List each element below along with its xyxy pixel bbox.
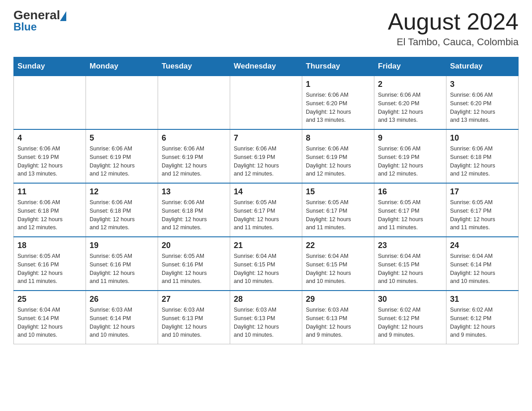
day-number: 4 [17, 133, 82, 143]
calendar-cell: 9Sunrise: 6:06 AMSunset: 6:19 PMDaylight… [374, 129, 446, 183]
logo-general: General [13, 9, 60, 21]
day-info: Sunrise: 6:06 AMSunset: 6:18 PMDaylight:… [90, 198, 154, 232]
calendar-cell: 24Sunrise: 6:04 AMSunset: 6:14 PMDayligh… [446, 237, 519, 291]
col-header-sunday: Sunday [14, 57, 86, 76]
day-info: Sunrise: 6:06 AMSunset: 6:20 PMDaylight:… [306, 91, 370, 124]
day-info: Sunrise: 6:03 AMSunset: 6:13 PMDaylight:… [306, 306, 370, 339]
day-info: Sunrise: 6:06 AMSunset: 6:19 PMDaylight:… [162, 145, 226, 178]
calendar-cell: 21Sunrise: 6:04 AMSunset: 6:15 PMDayligh… [230, 237, 302, 291]
day-info: Sunrise: 6:05 AMSunset: 6:17 PMDaylight:… [234, 198, 298, 232]
calendar-cell: 4Sunrise: 6:06 AMSunset: 6:19 PMDaylight… [14, 129, 86, 183]
calendar-cell [230, 76, 302, 129]
calendar-cell: 26Sunrise: 6:03 AMSunset: 6:14 PMDayligh… [86, 291, 158, 344]
calendar-cell: 29Sunrise: 6:03 AMSunset: 6:13 PMDayligh… [302, 291, 374, 344]
calendar-cell: 31Sunrise: 6:02 AMSunset: 6:12 PMDayligh… [446, 291, 519, 344]
day-info: Sunrise: 6:05 AMSunset: 6:16 PMDaylight:… [90, 252, 154, 286]
day-number: 3 [450, 80, 515, 89]
day-number: 10 [450, 133, 515, 143]
day-info: Sunrise: 6:05 AMSunset: 6:17 PMDaylight:… [306, 198, 370, 232]
day-number: 15 [306, 187, 370, 197]
calendar-cell: 14Sunrise: 6:05 AMSunset: 6:17 PMDayligh… [230, 183, 302, 237]
day-number: 26 [90, 295, 154, 304]
logo: General Blue [13, 9, 66, 32]
day-number: 13 [162, 187, 226, 197]
day-number: 21 [234, 241, 298, 250]
col-header-tuesday: Tuesday [158, 57, 230, 76]
calendar-cell [158, 76, 230, 129]
day-info: Sunrise: 6:06 AMSunset: 6:19 PMDaylight:… [306, 145, 370, 178]
day-info: Sunrise: 6:03 AMSunset: 6:13 PMDaylight:… [234, 306, 298, 339]
day-number: 27 [162, 295, 226, 304]
calendar-week-5: 25Sunrise: 6:04 AMSunset: 6:14 PMDayligh… [14, 291, 519, 344]
day-info: Sunrise: 6:05 AMSunset: 6:17 PMDaylight:… [450, 198, 515, 232]
calendar-cell: 17Sunrise: 6:05 AMSunset: 6:17 PMDayligh… [446, 183, 519, 237]
calendar-cell: 10Sunrise: 6:06 AMSunset: 6:18 PMDayligh… [446, 129, 519, 183]
day-number: 31 [450, 295, 515, 304]
day-number: 7 [234, 133, 298, 143]
calendar-week-4: 18Sunrise: 6:05 AMSunset: 6:16 PMDayligh… [14, 237, 519, 291]
calendar-cell: 27Sunrise: 6:03 AMSunset: 6:13 PMDayligh… [158, 291, 230, 344]
day-number: 8 [306, 133, 370, 143]
location-title: El Tambo, Cauca, Colombia [388, 36, 519, 48]
day-number: 24 [450, 241, 515, 250]
day-number: 9 [378, 133, 442, 143]
day-number: 22 [306, 241, 370, 250]
calendar-cell: 3Sunrise: 6:06 AMSunset: 6:20 PMDaylight… [446, 76, 519, 129]
day-info: Sunrise: 6:04 AMSunset: 6:14 PMDaylight:… [450, 252, 515, 286]
col-header-monday: Monday [86, 57, 158, 76]
calendar-cell: 7Sunrise: 6:06 AMSunset: 6:19 PMDaylight… [230, 129, 302, 183]
day-number: 2 [378, 80, 442, 89]
day-number: 16 [378, 187, 442, 197]
day-info: Sunrise: 6:06 AMSunset: 6:20 PMDaylight:… [378, 91, 442, 124]
calendar-cell: 13Sunrise: 6:06 AMSunset: 6:18 PMDayligh… [158, 183, 230, 237]
calendar-cell: 8Sunrise: 6:06 AMSunset: 6:19 PMDaylight… [302, 129, 374, 183]
day-info: Sunrise: 6:06 AMSunset: 6:18 PMDaylight:… [162, 198, 226, 232]
col-header-friday: Friday [374, 57, 446, 76]
day-number: 6 [162, 133, 226, 143]
calendar-cell [14, 76, 86, 129]
day-number: 5 [90, 133, 154, 143]
day-info: Sunrise: 6:06 AMSunset: 6:19 PMDaylight:… [234, 145, 298, 178]
calendar-cell: 23Sunrise: 6:04 AMSunset: 6:15 PMDayligh… [374, 237, 446, 291]
calendar-table: SundayMondayTuesdayWednesdayThursdayFrid… [13, 57, 519, 344]
calendar-cell: 5Sunrise: 6:06 AMSunset: 6:19 PMDaylight… [86, 129, 158, 183]
title-block: August 2024 El Tambo, Cauca, Colombia [388, 9, 519, 48]
day-number: 12 [90, 187, 154, 197]
day-info: Sunrise: 6:03 AMSunset: 6:13 PMDaylight:… [162, 306, 226, 339]
logo-triangle-icon [60, 11, 66, 21]
calendar-week-3: 11Sunrise: 6:06 AMSunset: 6:18 PMDayligh… [14, 183, 519, 237]
calendar-cell: 18Sunrise: 6:05 AMSunset: 6:16 PMDayligh… [14, 237, 86, 291]
calendar-cell: 16Sunrise: 6:05 AMSunset: 6:17 PMDayligh… [374, 183, 446, 237]
day-info: Sunrise: 6:06 AMSunset: 6:19 PMDaylight:… [90, 145, 154, 178]
calendar-cell: 22Sunrise: 6:04 AMSunset: 6:15 PMDayligh… [302, 237, 374, 291]
calendar-cell: 15Sunrise: 6:05 AMSunset: 6:17 PMDayligh… [302, 183, 374, 237]
day-info: Sunrise: 6:04 AMSunset: 6:15 PMDaylight:… [306, 252, 370, 286]
col-header-saturday: Saturday [446, 57, 519, 76]
calendar-cell: 20Sunrise: 6:05 AMSunset: 6:16 PMDayligh… [158, 237, 230, 291]
day-info: Sunrise: 6:04 AMSunset: 6:14 PMDaylight:… [17, 306, 82, 339]
day-info: Sunrise: 6:06 AMSunset: 6:18 PMDaylight:… [450, 145, 515, 178]
calendar-week-2: 4Sunrise: 6:06 AMSunset: 6:19 PMDaylight… [14, 129, 519, 183]
calendar-cell: 2Sunrise: 6:06 AMSunset: 6:20 PMDaylight… [374, 76, 446, 129]
day-info: Sunrise: 6:06 AMSunset: 6:19 PMDaylight:… [17, 145, 82, 178]
day-number: 28 [234, 295, 298, 304]
calendar-week-1: 1Sunrise: 6:06 AMSunset: 6:20 PMDaylight… [14, 76, 519, 129]
calendar-header-row: SundayMondayTuesdayWednesdayThursdayFrid… [14, 57, 519, 76]
day-number: 14 [234, 187, 298, 197]
month-title: August 2024 [388, 9, 519, 34]
day-number: 19 [90, 241, 154, 250]
day-number: 23 [378, 241, 442, 250]
calendar-cell: 6Sunrise: 6:06 AMSunset: 6:19 PMDaylight… [158, 129, 230, 183]
day-info: Sunrise: 6:06 AMSunset: 6:18 PMDaylight:… [17, 198, 82, 232]
day-number: 20 [162, 241, 226, 250]
day-info: Sunrise: 6:05 AMSunset: 6:16 PMDaylight:… [162, 252, 226, 286]
calendar-cell: 30Sunrise: 6:02 AMSunset: 6:12 PMDayligh… [374, 291, 446, 344]
day-info: Sunrise: 6:04 AMSunset: 6:15 PMDaylight:… [234, 252, 298, 286]
day-number: 25 [17, 295, 82, 304]
day-number: 1 [306, 80, 370, 89]
day-info: Sunrise: 6:02 AMSunset: 6:12 PMDaylight:… [450, 306, 515, 339]
col-header-wednesday: Wednesday [230, 57, 302, 76]
day-info: Sunrise: 6:06 AMSunset: 6:19 PMDaylight:… [378, 145, 442, 178]
calendar-cell: 1Sunrise: 6:06 AMSunset: 6:20 PMDaylight… [302, 76, 374, 129]
col-header-thursday: Thursday [302, 57, 374, 76]
